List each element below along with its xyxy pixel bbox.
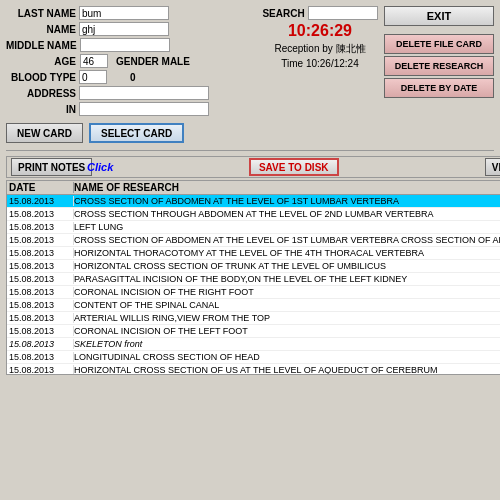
print-notes-button[interactable]: PRINT NOTES [11,158,92,176]
separator-1 [6,150,494,151]
table-cell-date: 15.08.2013 [9,209,74,219]
table-cell-date: 15.08.2013 [9,326,74,336]
age-input[interactable] [80,54,108,68]
left-form: LAST NAME NAME MIDDLE NAME AGE GENDER MA… [6,6,256,118]
blood-type-label: BLOOD TYPE [6,72,76,83]
delete-file-button[interactable]: DELETE FILE CARD [384,34,494,54]
table-cell-date: 15.08.2013 [9,196,74,206]
center-panel: SEARCH 10:26:29 Reception by 陳北惟 Time 10… [260,6,380,118]
name-input[interactable] [79,22,169,36]
table-row[interactable]: 15.08.2013ARTERIAL WILLIS RING,VIEW FROM… [7,312,500,325]
in-input[interactable] [79,102,209,116]
table-cell-date: 15.08.2013 [9,248,74,258]
table-row[interactable]: 15.08.2013CONTENT OF THE SPINAL CANAL [7,299,500,312]
table-cell-date: 15.08.2013 [9,339,74,349]
search-label: SEARCH [262,8,304,19]
table-row[interactable]: 15.08.2013LEFT LUNG [7,221,500,234]
table-cell-date: 15.08.2013 [9,300,74,310]
click-label: Click [87,161,113,173]
table-row[interactable]: 15.08.2013PARASAGITTAL INCISION OF THE B… [7,273,500,286]
table-row[interactable]: 15.08.2013HORIZONTAL CROSS SECTION OF TR… [7,260,500,273]
table-cell-research: CORONAL INCISION OF THE LEFT FOOT [74,326,500,336]
toolbar-bar: PRINT NOTES Click SAVE TO DISK VIEW ANAL… [6,156,500,178]
table-cell-research: SKELETON front [74,339,500,349]
time-small: Time 10:26/12:24 [281,58,358,69]
table-cell-date: 15.08.2013 [9,261,74,271]
research-table[interactable]: DATE NAME OF RESEARCH 15.08.2013CROSS SE… [6,180,500,375]
name-label: NAME [6,24,76,35]
table-row[interactable]: 15.08.2013CORONAL INCISION OF THE LEFT F… [7,325,500,338]
in-label: IN [6,104,76,115]
table-cell-research: HORIZONTAL CROSS SECTION OF TRUNK AT THE… [74,261,500,271]
new-card-button[interactable]: NEW CARD [6,123,83,143]
table-row[interactable]: 15.08.2013CROSS SECTION THROUGH ABDOMEN … [7,208,500,221]
search-input[interactable] [308,6,378,20]
blood-type-input[interactable] [79,70,107,84]
middle-section: PRINT NOTES Click SAVE TO DISK VIEW ANAL… [6,156,494,375]
exit-button[interactable]: EXIT [384,6,494,26]
address-input[interactable] [79,86,209,100]
table-cell-research: PARASAGITTAL INCISION OF THE BODY,ON THE… [74,274,500,284]
age-label: AGE [6,56,76,67]
middle-name-input[interactable] [80,38,170,52]
col-research-header: NAME OF RESEARCH [74,182,500,193]
delete-research-button[interactable]: DELETE RESEARCH [384,56,494,76]
last-name-label: LAST NAME [6,8,76,19]
table-cell-research: CROSS SECTION OF ABDOMEN AT THE LEVEL OF… [74,196,500,206]
delete-date-button[interactable]: DELETE BY DATE [384,78,494,98]
table-row[interactable]: 15.08.2013CROSS SECTION OF ABDOMEN AT TH… [7,195,500,208]
table-row[interactable]: 15.08.2013HORIZONTAL CROSS SECTION OF US… [7,364,500,375]
action-buttons-row: NEW CARD SELECT CARD [6,123,494,143]
gender-label: GENDER MALE [116,56,190,67]
main-container: LAST NAME NAME MIDDLE NAME AGE GENDER MA… [0,0,500,500]
table-cell-research: CONTENT OF THE SPINAL CANAL [74,300,500,310]
col-date-header: DATE [9,182,74,193]
blood-zero: 0 [130,72,136,83]
top-section: LAST NAME NAME MIDDLE NAME AGE GENDER MA… [6,6,494,118]
reception-text: Reception by 陳北惟 [274,42,365,56]
table-cell-research: ARTERIAL WILLIS RING,VIEW FROM THE TOP [74,313,500,323]
table-cell-date: 15.08.2013 [9,352,74,362]
select-card-button[interactable]: SELECT CARD [89,123,184,143]
table-cell-date: 15.08.2013 [9,274,74,284]
left-main: PRINT NOTES Click SAVE TO DISK VIEW ANAL… [6,156,500,375]
table-row[interactable]: 15.08.2013CROSS SECTION OF ABDOMEN AT TH… [7,234,500,247]
table-cell-research: CORONAL INCISION OF THE RIGHT FOOT [74,287,500,297]
save-disk-button[interactable]: SAVE TO DISK [249,158,339,176]
table-cell-date: 15.08.2013 [9,313,74,323]
table-row[interactable]: 15.08.2013SKELETON front [7,338,500,351]
table-cell-date: 15.08.2013 [9,222,74,232]
table-cell-research: HORIZONTAL CROSS SECTION OF US AT THE LE… [74,365,500,375]
time-display: 10:26:29 [288,22,352,40]
table-cell-research: CROSS SECTION THROUGH ABDOMEN AT THE LEV… [74,209,500,219]
table-body: 15.08.2013CROSS SECTION OF ABDOMEN AT TH… [7,195,500,375]
right-buttons: EXIT DELETE FILE CARD DELETE RESEARCH DE… [384,6,494,118]
table-row[interactable]: 15.08.2013CORONAL INCISION OF THE RIGHT … [7,286,500,299]
table-cell-research: HORIZONTAL THORACOTOMY AT THE LEVEL OF T… [74,248,500,258]
middle-name-label: MIDDLE NAME [6,40,77,51]
table-cell-date: 15.08.2013 [9,287,74,297]
view-analysis-button[interactable]: VIEW ANALYSIS [485,158,500,176]
table-header: DATE NAME OF RESEARCH [7,181,500,195]
table-cell-research: LONGITUDINAL CROSS SECTION OF HEAD [74,352,500,362]
address-label: ADDRESS [6,88,76,99]
table-cell-research: CROSS SECTION OF ABDOMEN AT THE LEVEL OF… [74,235,500,245]
table-row[interactable]: 15.08.2013LONGITUDINAL CROSS SECTION OF … [7,351,500,364]
last-name-input[interactable] [79,6,169,20]
table-cell-date: 15.08.2013 [9,365,74,375]
table-cell-date: 15.08.2013 [9,235,74,245]
table-cell-research: LEFT LUNG [74,222,500,232]
table-row[interactable]: 15.08.2013HORIZONTAL THORACOTOMY AT THE … [7,247,500,260]
